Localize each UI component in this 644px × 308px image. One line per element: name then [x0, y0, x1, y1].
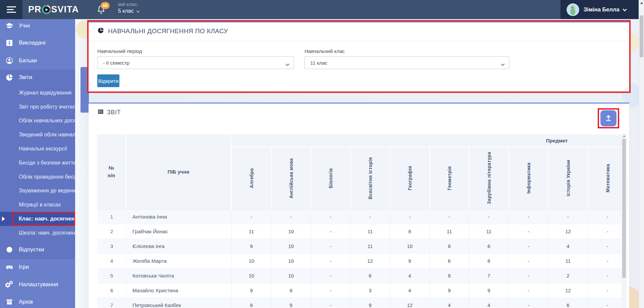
- chevron-down-icon: [136, 8, 140, 14]
- grade-cell: 11: [469, 224, 508, 239]
- grade-cell: -: [469, 209, 508, 224]
- grade-cell: 8: [231, 298, 271, 308]
- grade-cell: 8: [429, 268, 469, 283]
- sidebar-subitem[interactable]: Зведений облік навчальн: [0, 128, 75, 142]
- grade-cell: -: [311, 298, 350, 308]
- export-button[interactable]: [600, 110, 616, 126]
- sidebar-section-reports: Звіти Журнал відвідуванняЗвіт про роботу…: [0, 70, 75, 259]
- sidebar-item-games[interactable]: Ігри: [0, 258, 75, 276]
- subject-column-header: Математика: [588, 147, 622, 209]
- sidebar-item-settings[interactable]: Налаштування: [0, 275, 75, 293]
- sidebar-item-reports[interactable]: Звіти: [0, 70, 75, 86]
- sidebar-item-label: Архів: [19, 299, 33, 305]
- sidebar-subitem[interactable]: Журнал відвідування: [0, 86, 75, 100]
- grade-cell: 12: [350, 254, 390, 268]
- grade-cell: -: [588, 298, 622, 308]
- grade-cell: -: [231, 209, 271, 224]
- sidebar-subitem[interactable]: Міграції в класах: [0, 198, 75, 212]
- grade-cell: -: [311, 283, 350, 298]
- grade-cell: 6: [469, 239, 508, 254]
- grade-cell: 9: [469, 283, 508, 298]
- report-panel: ЗВІТ № п/п ПІБ учня Предмет АлгебраАнглі…: [89, 103, 629, 308]
- grade-cell: 11: [231, 224, 271, 239]
- row-number-cell: 1: [97, 209, 126, 224]
- sidebar-subitem[interactable]: Облік проведення бесід, і: [0, 170, 75, 184]
- grade-cell: -: [311, 209, 350, 224]
- subject-header-label: Математика: [605, 164, 610, 192]
- sidebar-subitem[interactable]: Зауваження до ведення ж: [0, 184, 75, 198]
- grade-cell: 9: [271, 298, 311, 308]
- sidebar-item-students[interactable]: Учні: [0, 19, 75, 35]
- grade-cell: 8: [390, 224, 429, 239]
- sidebar-item-vacations[interactable]: Відпустки: [0, 241, 75, 258]
- app-logo[interactable]: PR SVITA: [28, 0, 79, 19]
- sidebar-subitem-label: Клас: навч. досягнення: [19, 216, 75, 222]
- sidebar-subitem[interactable]: Навчальні екскурсії: [0, 142, 75, 156]
- sidebar-subitem[interactable]: Школа: навч. досягнення: [0, 226, 75, 240]
- sidebar-subitem-label: Звіт про роботу вчителя: [19, 104, 75, 110]
- grade-cell: -: [508, 254, 548, 268]
- scroll-up-arrow-icon: [623, 135, 626, 137]
- row-number-cell: 5: [97, 268, 126, 283]
- grade-cell: -: [311, 254, 350, 268]
- grade-cell: 4: [548, 239, 588, 254]
- grade-cell: -: [429, 209, 469, 224]
- scrollbar-thumb: [640, 15, 643, 57]
- subject-column-header: Геометрія: [429, 147, 469, 209]
- subject-header-label: Історія України: [566, 160, 571, 196]
- grade-cell: 6: [548, 298, 588, 308]
- hamburger-menu-button[interactable]: [0, 0, 22, 19]
- open-button[interactable]: Відкрити: [97, 74, 119, 87]
- class-select[interactable]: 11 клас: [305, 56, 509, 69]
- grade-cell: 11: [548, 254, 588, 268]
- sidebar-item-teachers[interactable]: Викладачі: [0, 34, 75, 52]
- subject-column-header: Зарубіжна література: [469, 147, 508, 209]
- grade-cell: 4: [390, 283, 429, 298]
- user-menu[interactable]: Зіміна Белла: [560, 0, 639, 19]
- panel-accent-bar: [89, 21, 629, 22]
- grade-cell: 3: [350, 283, 390, 298]
- logo-text-left: PR: [28, 4, 42, 15]
- user-name: Зіміна Белла: [584, 6, 620, 13]
- grade-cell: 4: [390, 268, 429, 283]
- page-scrollbar[interactable]: [639, 0, 644, 308]
- row-number-cell: 2: [97, 224, 126, 239]
- sidebar-item-parents[interactable]: Батьки: [0, 52, 75, 69]
- period-select[interactable]: - ІІ семестр: [97, 56, 294, 69]
- topbar: PR SVITA 68 МІЙ КЛАС: 5 клас Зіміна Белл…: [0, 0, 639, 19]
- my-class-value: 5 клас: [118, 8, 134, 14]
- table-scrollbar[interactable]: [622, 133, 627, 308]
- scroll-up-arrow-icon: [640, 2, 643, 4]
- grade-cell: -: [508, 268, 548, 283]
- number-header-line1: №: [109, 164, 114, 172]
- my-class-select[interactable]: 5 клас: [118, 8, 140, 14]
- notifications-button[interactable]: 68: [97, 5, 111, 18]
- sidebar-subitem-label: Школа: навч. досягнення: [19, 230, 75, 236]
- reports-submenu: Журнал відвідуванняЗвіт про роботу вчите…: [0, 86, 75, 240]
- sidebar-subitem-active[interactable]: Клас: навч. досягнення: [0, 212, 75, 226]
- pie-chart-icon: [97, 27, 104, 35]
- grade-cell: -: [588, 268, 622, 283]
- subject-column-header: Алгебра: [231, 147, 271, 209]
- sidebar-subitem[interactable]: Бесіди з безпеки життєдія: [0, 156, 75, 170]
- export-button-annotation: [598, 108, 619, 128]
- sidebar-subitem[interactable]: Облік навчальних досягн: [0, 114, 75, 128]
- row-number-cell: 4: [97, 254, 126, 268]
- student-name-cell: Антонова Інна: [126, 209, 231, 224]
- grade-cell: 10: [271, 224, 311, 239]
- bell-icon: [97, 10, 106, 16]
- sidebar-subitem-label: Навчальні екскурсії: [19, 146, 67, 152]
- grade-cell: 4: [429, 298, 469, 308]
- subject-header-label: Зарубіжна література: [486, 152, 492, 204]
- grade-cell: -: [350, 209, 390, 224]
- grade-cell: 11: [350, 224, 390, 239]
- period-label: Навчальний період: [97, 48, 142, 54]
- class-select-value: 11 клас: [310, 60, 327, 66]
- grade-cell: -: [588, 239, 622, 254]
- sidebar-item-label: Налаштування: [19, 281, 58, 288]
- sidebar-item-archive[interactable]: Архів: [0, 293, 75, 308]
- subject-header-label: Геометрія: [447, 166, 452, 190]
- sidebar-subitem[interactable]: Звіт про роботу вчителя: [0, 100, 75, 114]
- period-select-value: - ІІ семестр: [103, 60, 129, 66]
- my-class-label: МІЙ КЛАС:: [118, 3, 140, 7]
